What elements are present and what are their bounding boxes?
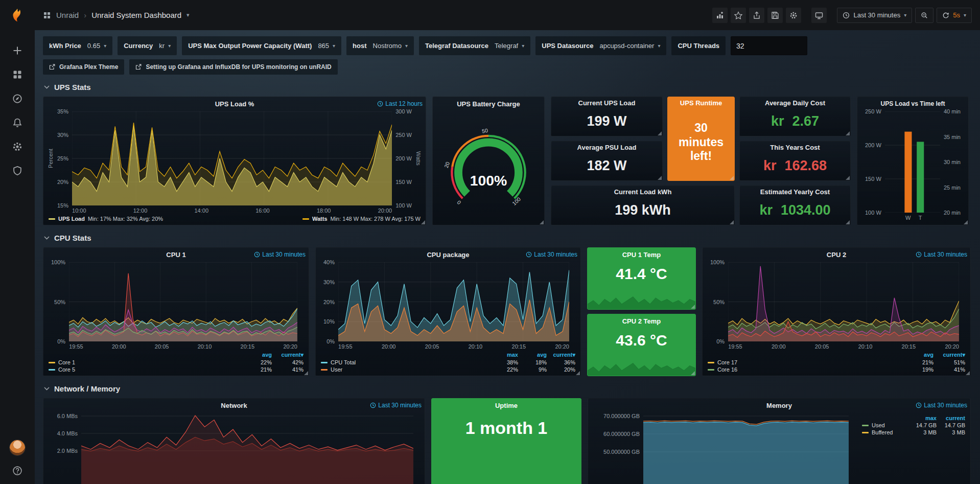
add-panel-button[interactable]	[712, 8, 728, 23]
x-tick: 20:00	[772, 343, 786, 350]
legend-marker	[49, 369, 55, 371]
memory-chart: 70.000000 GB60.000000 GB50.000000 GB	[592, 413, 856, 484]
link-label: Setting up Grafana and InfluxDB for UPS …	[146, 63, 331, 71]
section-header-cpu-stats[interactable]: CPU Stats	[44, 234, 972, 242]
panel-title[interactable]: UPS Load vs Time left	[881, 100, 945, 107]
compass-icon	[12, 94, 22, 104]
panel-title[interactable]: UPS Load %	[215, 100, 254, 108]
user-avatar[interactable]	[10, 440, 25, 455]
panel-header: Average PSU Load	[551, 142, 662, 153]
zoom-out-icon	[921, 12, 928, 19]
legend-series[interactable]: Buffered	[862, 429, 908, 435]
panel-title[interactable]: CPU 1	[166, 251, 185, 259]
legend-header[interactable]: avg	[902, 352, 934, 358]
panel-title[interactable]: Average PSU Load	[577, 144, 637, 151]
ups-load-legend: UPS LoadMin: 17% Max: 32% Avg: 20%WattsM…	[48, 214, 422, 222]
variable-label: CPU Threads	[678, 42, 719, 50]
sidebar-item-alerting[interactable]	[12, 118, 22, 128]
panel-title[interactable]: UPS Runtime	[680, 99, 722, 107]
panel-title[interactable]: CPU 2 Temp	[622, 317, 661, 325]
sidebar-item-server-admin[interactable]	[12, 166, 22, 176]
cpu-threads-input[interactable]	[731, 36, 807, 55]
panel-title[interactable]: Memory	[766, 402, 792, 409]
zoom-out-button[interactable]	[915, 8, 934, 23]
legend-series[interactable]: Core 16	[708, 366, 902, 373]
time-range-caret: ▾	[904, 12, 906, 18]
breadcrumb-dashboard-title[interactable]: Unraid System Dashboard	[91, 11, 181, 19]
variable-ups-max-output[interactable]: UPS Max Output Power Capacity (Watt) 865…	[182, 36, 341, 55]
panel-title[interactable]: CPU 2	[827, 251, 846, 259]
panel-title[interactable]: CPU package	[427, 251, 469, 259]
section-header-network-memory[interactable]: Network / Memory	[44, 384, 972, 393]
dashboard-settings-button[interactable]	[786, 8, 801, 23]
legend-header[interactable]: current▾	[934, 352, 965, 358]
variable-ups-datasource[interactable]: UPS Datasource apcupsd-container▾	[535, 36, 666, 55]
legend-header[interactable]: max	[908, 415, 937, 421]
x-tick: 20:05	[425, 343, 439, 350]
save-button[interactable]	[767, 8, 783, 23]
link-ups-monitoring-guide[interactable]: Setting up Grafana and InfluxDB for UPS …	[129, 59, 337, 75]
legend-series[interactable]: Core 17	[708, 359, 902, 365]
dashboard-dropdown-caret[interactable]: ▾	[186, 12, 190, 18]
section-header-ups-stats[interactable]: UPS Stats	[44, 83, 972, 91]
variable-kwh-price[interactable]: kWh Price 0.65▾	[43, 36, 112, 55]
gauge-value: 100%	[470, 172, 507, 189]
legend-header[interactable]: avg	[240, 352, 272, 358]
legend-item[interactable]: WattsMin: 148 W Max: 278 W Avg: 175 W	[302, 216, 421, 222]
legend-series[interactable]: CPU Total	[321, 359, 489, 365]
legend-series[interactable]: Core 5	[49, 366, 240, 373]
gauge-tick: 50	[481, 127, 488, 134]
variable-value: kr	[159, 42, 165, 50]
x-tick: 20:15	[902, 343, 916, 350]
add-panel-icon	[716, 11, 724, 19]
star-button[interactable]	[731, 8, 746, 23]
panel-header: UPS Runtime	[668, 97, 734, 108]
sidebar-item-configuration[interactable]	[12, 142, 22, 152]
legend-header[interactable]: current▾	[547, 352, 575, 358]
legend-header[interactable]: current▾	[272, 352, 304, 358]
clock-icon	[370, 402, 376, 408]
time-range-label: Last 30 minutes	[853, 11, 900, 19]
x-tick: 12:00	[133, 208, 148, 214]
chart-plot	[338, 262, 569, 341]
variable-telegraf-datasource[interactable]: Telegraf Datasource Telegraf▾	[419, 36, 530, 55]
legend-header[interactable]: max	[489, 352, 518, 358]
panel-title[interactable]: CPU 1 Temp	[622, 251, 661, 259]
panel-title[interactable]: Current UPS Load	[578, 99, 636, 107]
refresh-picker[interactable]: 5s ▾	[937, 8, 972, 23]
variable-label: UPS Max Output Power Capacity (Watt)	[188, 42, 312, 50]
legend-value: 38%	[489, 359, 518, 365]
share-button[interactable]	[749, 8, 764, 23]
cycle-view-mode-button[interactable]	[811, 8, 827, 23]
variable-host[interactable]: host Nostromo▾	[346, 36, 414, 55]
link-grafana-plex-theme[interactable]: Grafana Plex Theme	[43, 59, 124, 75]
chart-plot	[81, 413, 413, 484]
time-range-picker[interactable]: Last 30 minutes ▾	[837, 8, 912, 23]
panel-title[interactable]: Current Load kWh	[614, 188, 672, 196]
legend-header[interactable]: current	[937, 415, 965, 421]
panel-title[interactable]: Network	[221, 402, 247, 409]
sidebar-item-create[interactable]	[12, 45, 22, 56]
panel-title[interactable]: This Years Cost	[770, 144, 820, 151]
panel-title[interactable]: Average Daily Cost	[765, 99, 825, 107]
sidebar-item-dashboards[interactable]	[12, 70, 22, 80]
legend-header[interactable]: avg	[518, 352, 547, 358]
panel-title[interactable]: UPS Battery Charge	[457, 100, 520, 108]
sidebar-item-help[interactable]	[12, 466, 22, 476]
legend-series[interactable]: User	[321, 366, 489, 373]
variable-currency[interactable]: Currency kr▾	[118, 36, 177, 55]
dashboard-content: kWh Price 0.65▾ Currency kr▾ UPS Max Out…	[35, 30, 980, 484]
breadcrumb-folder[interactable]: Unraid	[56, 11, 79, 19]
clock-icon	[843, 12, 850, 19]
stat-value: 30 minutes left!	[668, 108, 734, 180]
legend-value: 3 MB	[937, 429, 965, 435]
panel-title[interactable]: Uptime	[495, 402, 518, 409]
x-tick: 10:00	[72, 208, 86, 214]
grafana-logo[interactable]	[0, 0, 35, 30]
legend-item[interactable]: UPS LoadMin: 17% Max: 32% Avg: 20%	[49, 216, 163, 222]
panel-title[interactable]: Estimated Yearly Cost	[760, 188, 830, 196]
sidebar-item-explore[interactable]	[12, 94, 22, 104]
legend-series[interactable]: Used	[862, 422, 908, 428]
legend-series[interactable]: Core 1	[49, 359, 240, 365]
y-axis-ticks: 70.000000 GB60.000000 GB50.000000 GB	[596, 413, 640, 484]
